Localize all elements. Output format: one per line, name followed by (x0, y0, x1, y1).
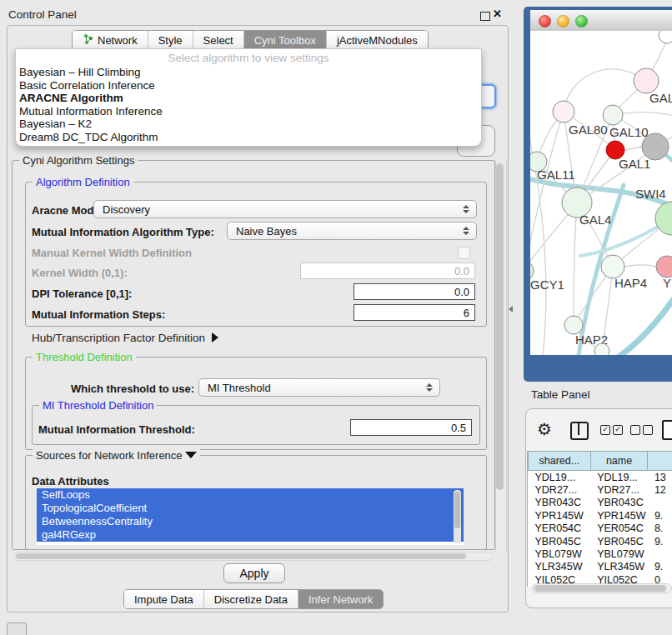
tab-select[interactable]: Select (193, 31, 243, 49)
mi-steps-field[interactable] (354, 304, 475, 321)
network-node-hap4[interactable] (601, 255, 624, 278)
which-threshold-value: MI Threshold (208, 382, 271, 394)
tab-bar: NetworkStyleSelectCyni ToolboxjActiveMNo… (72, 30, 429, 50)
network-node-y[interactable] (656, 256, 672, 278)
mi-threshold-label: Mutual Information Threshold: (38, 423, 195, 436)
minimize-button[interactable] (557, 15, 569, 28)
attributes-scrollbar-thumb[interactable] (454, 492, 460, 528)
algorithm-option[interactable]: Bayesian – Hill Climbing (16, 66, 481, 79)
checked-columns-icon[interactable]: ✓✓ (600, 425, 623, 435)
tab-style[interactable]: Style (148, 31, 193, 49)
sources-title: Sources for Network Inference (36, 449, 183, 462)
table-cell: YBR045C (590, 535, 648, 548)
network-node[interactable] (642, 133, 669, 160)
attribute-item[interactable]: BetweennessCentrality (37, 515, 464, 528)
network-window-titlebar[interactable] (530, 10, 672, 32)
table-row[interactable]: YBR045CYBR045C9. (529, 535, 672, 548)
column-header[interactable]: name (590, 452, 648, 471)
data-attributes-label: Data Attributes (32, 475, 109, 488)
sources-title-wrap[interactable]: Sources for Network Inference (33, 449, 200, 462)
tab-discretize-data[interactable]: Discretize Data (203, 590, 298, 608)
hub-definition-toggle[interactable]: Hub/Transcription Factor Definition (32, 332, 218, 344)
settings-vertical-scrollbar-thumb[interactable] (496, 163, 504, 490)
new-table-icon[interactable] (662, 420, 672, 440)
minimized-panel-icon[interactable] (7, 622, 27, 635)
table-cell: YLR345W (590, 561, 648, 573)
close-icon[interactable]: ✕ (493, 8, 502, 20)
zoom-button[interactable] (575, 15, 588, 28)
table-cell: 9. (648, 561, 672, 573)
table-cell: YBL079W (590, 548, 648, 560)
manual-kernel-label: Manual Kernel Width Definition (32, 247, 192, 259)
algorithm-option[interactable]: Basic Correlation Inference (16, 79, 481, 92)
table-horizontal-scrollbar-thumb[interactable] (534, 585, 666, 592)
network-node-gal10[interactable] (603, 105, 623, 125)
data-attributes-list[interactable]: SelfLoopsTopologicalCoefficientBetweenne… (37, 488, 464, 545)
kernel-width-field[interactable] (300, 262, 475, 279)
dpi-tolerance-label: DPI Tolerance [0,1]: (32, 288, 132, 300)
node-label: GAL4 (579, 212, 611, 227)
table-row[interactable]: YBR043CYBR043C (529, 497, 672, 509)
algorithm-definition-title: Algorithm Definition (33, 176, 133, 188)
column-header[interactable]: shared... (529, 452, 591, 471)
tab-network[interactable]: Network (73, 31, 148, 49)
attribute-item[interactable]: gal4RGexp (37, 528, 464, 542)
mi-type-combo[interactable]: Naive Bayes (227, 222, 477, 240)
table-row[interactable]: YLR345WYLR345W9. (529, 561, 672, 573)
node-table[interactable]: shared...name YDL19...YDL19...13YDR27...… (528, 451, 672, 587)
which-threshold-combo[interactable]: MI Threshold (198, 378, 440, 397)
float-icon[interactable] (480, 12, 490, 21)
close-button[interactable] (539, 15, 551, 28)
tab-impute-data[interactable]: Impute Data (124, 590, 203, 608)
tab-infer-network[interactable]: Infer Network (298, 590, 383, 608)
unchecked-columns-icon[interactable] (630, 425, 653, 435)
network-canvas[interactable]: GALGAL80GAL10GAL1GAL11SWI4GAL4GCY1HAP4YH… (530, 31, 672, 355)
network-node-gal[interactable] (634, 68, 659, 93)
algorithm-option[interactable]: Dream8 DC_TDC Algorithm (16, 131, 481, 144)
algorithm-dropdown-placeholder: Select algorithm to view settings (16, 52, 481, 64)
table-cell: 9. (648, 509, 672, 522)
cyni-settings-title: Cyni Algorithm Settings (19, 154, 138, 167)
settings-horizontal-scrollbar-thumb[interactable] (16, 553, 466, 559)
spinner-arrows-icon (463, 227, 469, 235)
apply-button[interactable]: Apply (223, 563, 285, 583)
tab-label: jActiveMNodules (337, 34, 418, 47)
split-columns-icon[interactable] (570, 422, 589, 440)
table-row[interactable]: YDL19...YDL19...13 (529, 471, 672, 484)
manual-kernel-checkbox[interactable] (458, 247, 470, 259)
tab-cyni-toolbox[interactable]: Cyni Toolbox (243, 31, 326, 49)
table-cell: 13 (648, 471, 672, 484)
table-cell: 9. (648, 535, 672, 548)
mi-threshold-field[interactable] (350, 419, 472, 436)
tab-label: Discretize Data (214, 593, 288, 606)
gear-icon[interactable]: ⚙ (537, 419, 552, 439)
table-cell: YBR045C (529, 535, 591, 548)
node-label: GCY1 (530, 278, 564, 292)
algorithm-option[interactable]: Mutual Information Inference (16, 105, 481, 118)
node-label: SWI4 (635, 187, 666, 201)
attribute-item[interactable]: TopologicalCoefficient (37, 502, 464, 515)
table-row[interactable]: YER054CYER054C8. (529, 522, 672, 535)
aracne-mode-combo[interactable]: Discovery (93, 200, 477, 218)
table-cell (648, 548, 672, 560)
tab-label: Cyni Toolbox (254, 34, 316, 47)
network-node-hap2[interactable] (564, 316, 583, 334)
table-header-row: shared...name (529, 452, 672, 471)
dpi-tolerance-field[interactable] (354, 283, 475, 300)
algorithm-option[interactable]: ARACNE Algorithm (16, 92, 481, 105)
table-cell: YLR345W (529, 561, 591, 573)
algorithm-dropdown: Select algorithm to view settings Bayesi… (15, 48, 482, 147)
splitter-collapse-icon[interactable] (509, 306, 513, 312)
column-header[interactable] (648, 452, 672, 471)
table-row[interactable]: YDR27...YDR27...12 (529, 483, 672, 496)
network-node[interactable] (594, 343, 609, 355)
table-row[interactable]: YPR145WYPR145W9. (529, 509, 672, 522)
network-node-gal80[interactable] (553, 101, 574, 122)
table-row[interactable]: YBL079WYBL079W (529, 548, 672, 560)
network-node[interactable] (659, 31, 672, 43)
threshold-title: Threshold Definition (33, 351, 136, 363)
tab-jactivemnodules[interactable]: jActiveMNodules (326, 31, 428, 49)
hub-definition-label: Hub/Transcription Factor Definition (32, 332, 205, 344)
attribute-item[interactable]: SelfLoops (37, 488, 464, 502)
algorithm-option[interactable]: Bayesian – K2 (16, 118, 481, 131)
